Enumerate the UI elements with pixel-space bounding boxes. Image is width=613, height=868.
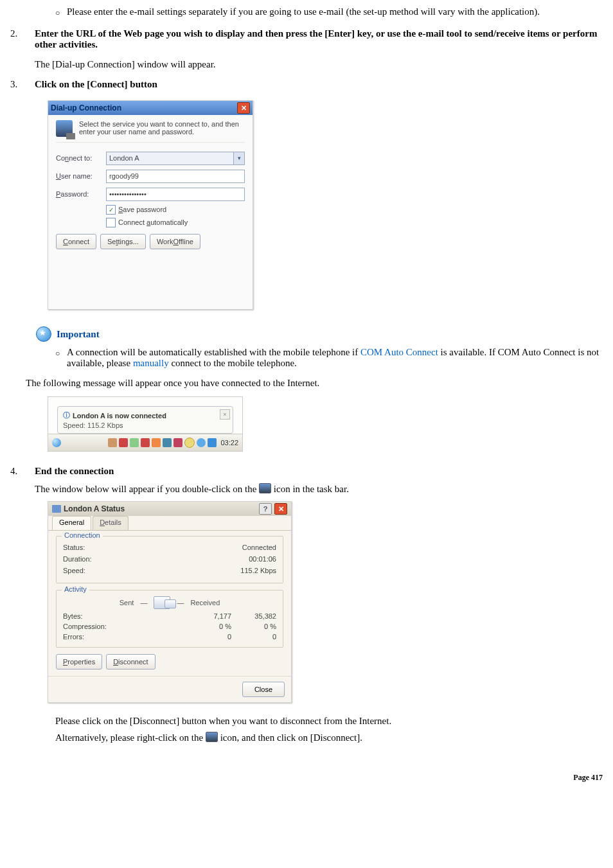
- connection-icon: [52, 505, 61, 513]
- com-auto-connect-link[interactable]: COM Auto Connect: [360, 347, 438, 357]
- compression-sent: 0 %: [186, 623, 231, 630]
- disconnect-button[interactable]: Disconnect: [106, 654, 155, 669]
- step-4-heading: End the connection: [35, 466, 603, 477]
- important-bullet: ○ A connection will be automatically est…: [55, 347, 603, 369]
- taskbar: 03:22: [48, 434, 242, 451]
- step-2-followup: The [Dial-up Connection] window will app…: [35, 59, 603, 70]
- balloon-tooltip: ⓘ London A is now connected Speed: 115.2…: [57, 406, 233, 434]
- duration-value: 00:01:06: [249, 555, 276, 563]
- step-3-heading: Click on the [Connect] button: [35, 79, 603, 90]
- message-line: The following message will appear once y…: [26, 378, 603, 389]
- speed-value: 115.2 Kbps: [240, 567, 276, 574]
- status-label: Status:: [63, 544, 85, 551]
- dialup-intro: Select the service you want to connect t…: [79, 120, 245, 137]
- password-label: Password:: [56, 190, 106, 198]
- speed-label: Speed:: [63, 567, 85, 574]
- bytes-sent: 7,177: [186, 612, 231, 620]
- user-name-input[interactable]: rgoody99: [106, 170, 245, 183]
- sub-bullet: ○ Please enter the e-mail settings separ…: [55, 6, 603, 19]
- important-icon: [36, 326, 51, 342]
- dialup-window: Dial-up Connection ✕ Select the service …: [48, 100, 253, 310]
- tray-icon[interactable]: [119, 438, 128, 447]
- step-number: 2.: [10, 28, 35, 70]
- bytes-label: Bytes:: [63, 612, 186, 620]
- activity-group: Activity Sent — — Received Bytes: 7,177 …: [56, 590, 283, 648]
- connection-tray-icon: [206, 732, 218, 742]
- sent-heading: Sent: [120, 599, 134, 607]
- connect-to-dropdown[interactable]: London A ▾: [106, 152, 245, 165]
- tab-details[interactable]: Details: [93, 516, 129, 530]
- page-number: Page 417: [10, 773, 603, 783]
- errors-recv: 0: [231, 633, 276, 641]
- tray-icon[interactable]: [152, 438, 161, 447]
- connect-auto-label: Connect automatically: [118, 218, 188, 226]
- important-label: Important: [57, 329, 100, 340]
- user-name-value: rgoody99: [109, 172, 139, 180]
- dialup-titlebar: Dial-up Connection ✕: [48, 101, 253, 115]
- disconnect-line-2: Alternatively, please right-click on the…: [55, 732, 603, 743]
- step-4: 4. End the connection The window below w…: [10, 466, 603, 495]
- tray-icon[interactable]: [197, 438, 206, 447]
- tray-icon[interactable]: [108, 438, 117, 447]
- step-4-line: The window below will appear if you doub…: [35, 483, 603, 495]
- balloon-speed: Speed: 115.2 Kbps: [63, 421, 227, 429]
- step-2-heading: Enter the URL of the Web page you wish t…: [35, 28, 603, 50]
- balloon-close-icon[interactable]: ×: [220, 409, 230, 420]
- tray-icon[interactable]: [184, 438, 195, 448]
- connection-tray-icon: [259, 483, 271, 493]
- errors-label: Errors:: [63, 633, 186, 641]
- close-button[interactable]: Close: [242, 682, 285, 697]
- errors-sent: 0: [186, 633, 231, 641]
- connect-button[interactable]: Connect: [56, 234, 96, 249]
- compression-label: Compression:: [63, 623, 186, 630]
- save-password-label: Save password: [118, 206, 166, 213]
- step-3: 3. Click on the [Connect] button: [10, 79, 603, 90]
- computers-icon: [154, 596, 170, 609]
- disconnect-line-1: Please click on the [Disconnect] button …: [55, 716, 603, 727]
- important-text: A connection will be automatically estab…: [67, 347, 603, 369]
- tray-icon[interactable]: [130, 438, 139, 447]
- compression-recv: 0 %: [231, 623, 276, 630]
- status-title: London A Status: [64, 504, 125, 513]
- connect-to-value: London A: [109, 154, 139, 162]
- tray-icon[interactable]: [173, 438, 182, 447]
- duration-label: Duration:: [63, 555, 92, 563]
- status-tabs: General Details: [48, 516, 291, 531]
- connection-group: Connection Status:Connected Duration:00:…: [56, 536, 283, 583]
- connect-auto-checkbox[interactable]: [106, 218, 116, 227]
- received-heading: Received: [190, 599, 220, 607]
- close-icon[interactable]: ✕: [274, 503, 287, 515]
- work-offline-button[interactable]: Work Offline: [150, 234, 200, 249]
- tab-general[interactable]: General: [52, 516, 91, 530]
- info-icon: ⓘ: [63, 411, 70, 420]
- start-icon[interactable]: [52, 438, 61, 447]
- bytes-recv: 35,382: [231, 612, 276, 620]
- properties-button[interactable]: Properties: [56, 654, 102, 669]
- activity-legend: Activity: [62, 585, 89, 593]
- dialup-title: Dial-up Connection: [51, 103, 121, 112]
- tray-icon[interactable]: [163, 438, 172, 447]
- network-icon: [56, 120, 73, 137]
- important-callout: Important: [36, 326, 603, 342]
- step-2: 2. Enter the URL of the Web page you wis…: [10, 28, 603, 70]
- bullet-circle: ○: [55, 6, 67, 19]
- step-number: 4.: [10, 466, 35, 495]
- taskbar-clock: 03:22: [220, 439, 238, 447]
- tray-icon[interactable]: [208, 438, 217, 447]
- password-value: •••••••••••••••: [109, 190, 147, 198]
- password-input[interactable]: •••••••••••••••: [106, 188, 245, 201]
- chevron-down-icon[interactable]: ▾: [233, 152, 244, 164]
- connect-to-label: Connect to:: [56, 154, 106, 162]
- settings-button[interactable]: Settings...: [100, 234, 146, 249]
- save-password-checkbox[interactable]: ✓: [106, 205, 116, 215]
- manually-link[interactable]: manually: [133, 358, 169, 368]
- tray-icon[interactable]: [141, 438, 150, 447]
- help-icon[interactable]: ?: [259, 503, 272, 515]
- user-name-label: User name:: [56, 172, 106, 180]
- close-icon[interactable]: ✕: [237, 102, 250, 114]
- step-number: 3.: [10, 79, 35, 90]
- status-titlebar: London A Status ? ✕: [48, 502, 291, 516]
- balloon-screenshot: ⓘ London A is now connected Speed: 115.2…: [48, 396, 243, 452]
- bullet-text: Please enter the e-mail settings separat…: [67, 6, 540, 19]
- bullet-circle: ○: [55, 347, 67, 369]
